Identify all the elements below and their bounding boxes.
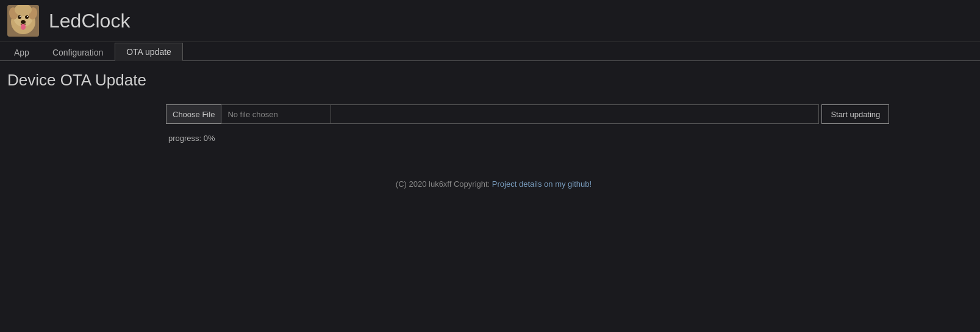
tab-app[interactable]: App xyxy=(2,43,41,61)
page-title: Device OTA Update xyxy=(7,71,980,90)
progress-text: progress: 0% xyxy=(168,134,980,143)
svg-point-4 xyxy=(25,15,29,19)
svg-point-3 xyxy=(18,15,21,19)
file-name-display: No file chosen xyxy=(221,104,331,124)
tab-configuration[interactable]: Configuration xyxy=(41,43,115,61)
choose-file-button[interactable]: Choose File xyxy=(166,104,221,124)
app-logo xyxy=(7,5,39,37)
copyright-text: (C) 2020 luk6xff Copyright: xyxy=(396,179,490,189)
svg-point-5 xyxy=(20,16,21,17)
file-input-filler xyxy=(331,104,819,124)
start-updating-button[interactable]: Start updating xyxy=(821,104,889,124)
svg-point-6 xyxy=(27,16,28,17)
tab-ota-update[interactable]: OTA update xyxy=(115,43,183,61)
main-content: Device OTA Update Choose File No file ch… xyxy=(0,61,980,189)
ota-section: Choose File No file chosen Start updatin… xyxy=(166,104,980,143)
svg-point-10 xyxy=(21,24,26,30)
nav-tabs: App Configuration OTA update xyxy=(0,42,980,61)
header: LedClock xyxy=(0,0,980,42)
svg-point-7 xyxy=(21,20,26,24)
footer: (C) 2020 luk6xff Copyright: Project deta… xyxy=(7,179,980,189)
app-title: LedClock xyxy=(49,10,130,32)
github-link[interactable]: Project details on my github! xyxy=(492,179,592,189)
file-upload-row: Choose File No file chosen Start updatin… xyxy=(166,104,980,124)
